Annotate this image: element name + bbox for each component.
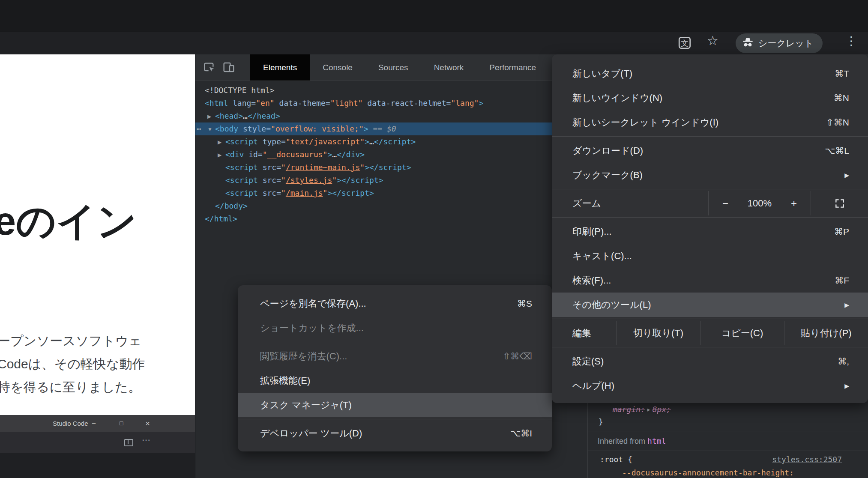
submenu-arrow-icon: ▶ <box>844 302 849 308</box>
fullscreen-icon[interactable] <box>811 198 868 209</box>
more-tools-submenu-item[interactable]: タスク マネージャ(T) <box>238 393 552 417</box>
menu-item-label: 拡張機能(E) <box>260 374 310 387</box>
code-token: "text/javascript" <box>286 137 365 146</box>
browser-menu-item[interactable]: その他のツール(L)▶ <box>552 293 868 317</box>
code-token: " <box>360 163 365 172</box>
incognito-icon <box>742 37 754 50</box>
expand-arrow-icon[interactable]: ▶ <box>218 136 225 149</box>
menu-shortcut: ⌘S <box>517 299 532 309</box>
code-token: type= <box>258 137 286 146</box>
code-token: "en" <box>256 99 274 108</box>
browser-menu-item[interactable]: 印刷(P)...⌘P <box>552 219 868 244</box>
code-token: … <box>243 111 248 120</box>
tab-sources[interactable]: Sources <box>365 54 421 81</box>
code-token: src= <box>258 163 281 172</box>
code-token: data-react-helmet= <box>362 99 451 108</box>
minimize-icon: − <box>92 415 96 432</box>
tab-performance[interactable]: Performance <box>476 54 549 81</box>
tab-elements[interactable]: Elements <box>250 54 310 81</box>
dom-node[interactable]: <script src="/main.js"></script> <box>195 187 587 200</box>
menu-item-zoom[interactable]: ズーム−100%+ <box>552 191 868 215</box>
code-token: > <box>364 124 368 133</box>
dom-node[interactable]: <!DOCTYPE html> <box>195 84 587 97</box>
code-token: ></script> <box>337 176 383 185</box>
more-tools-submenu-item[interactable]: 拡張機能(E) <box>238 368 552 393</box>
code-token: /runtime~main.js <box>286 163 360 172</box>
edit-paste-button[interactable]: 貼り付け(P) <box>784 321 868 345</box>
more-tools-submenu-item[interactable]: デベロッパー ツール(D)⌥⌘I <box>238 421 552 445</box>
code-token: <div <box>225 150 244 159</box>
code-token: <script <box>225 188 258 197</box>
menu-shortcut: ⌥⌘I <box>510 428 532 439</box>
expand-arrow-icon[interactable]: ▶ <box>218 149 225 161</box>
dom-node[interactable]: <script src="/runtime~main.js"></script> <box>195 161 587 174</box>
tab-console[interactable]: Console <box>310 54 365 81</box>
browser-menu-item[interactable]: 設定(S)⌘, <box>552 349 868 373</box>
css-overridden-property[interactable]: margin:▸8px; <box>613 403 671 416</box>
browser-menu-separator <box>552 217 868 218</box>
collapse-arrow-icon[interactable]: ▼ <box>207 123 215 136</box>
edit-label: 編集 <box>572 327 616 340</box>
code-token: " <box>323 188 328 197</box>
node-more-icon[interactable]: ⋯ <box>197 122 202 135</box>
menu-item-label: ページを別名で保存(A)... <box>260 297 366 310</box>
menu-item-label: キャスト(C)... <box>572 250 632 263</box>
dom-node[interactable]: <html lang="en" data-theme="light" data-… <box>195 97 587 110</box>
menu-shortcut: ⇧⌘N <box>826 117 849 128</box>
dom-node[interactable]: ▶<div id="__docusaurus">…</div> <box>195 148 587 161</box>
more-tools-submenu-separator <box>238 419 552 419</box>
browser-menu-item[interactable]: 新しいシークレット ウインドウ(I)⇧⌘N <box>552 110 868 134</box>
browser-menu-item[interactable]: 検索(F)...⌘F <box>552 268 868 293</box>
expand-arrow-icon[interactable]: ▶ <box>207 110 215 123</box>
translate-icon[interactable]: 文 <box>677 35 692 52</box>
inherited-from-label: Inherited from <box>598 437 647 445</box>
code-token: <script <box>225 176 258 185</box>
browser-menu-item[interactable]: ダウンロード(D)⌥⌘L <box>552 138 868 163</box>
code-token: ></script> <box>327 188 374 197</box>
code-token: "__docusaurus" <box>263 150 328 159</box>
dom-node[interactable]: </body> <box>195 200 587 212</box>
browser-menu-dots-icon[interactable]: ⋮ <box>845 34 857 48</box>
more-tools-submenu-item[interactable]: ページを別名で保存(A)...⌘S <box>238 291 552 316</box>
menu-item-label: 閲覧履歴を消去(C)... <box>260 350 347 363</box>
menu-item-edit-row[interactable]: 編集切り取り(T)コピー(C)貼り付け(P) <box>552 321 868 345</box>
stylesheet-source-link[interactable]: styles.css:2507 <box>772 453 842 466</box>
code-token: </html> <box>205 214 237 223</box>
browser-toolbar: 文 ☆ シークレット ⋮ <box>0 32 868 54</box>
zoom-in-button[interactable]: + <box>777 197 811 209</box>
inherited-element-link[interactable]: html <box>647 436 666 445</box>
zoom-out-button[interactable]: − <box>709 197 742 209</box>
inspect-element-icon[interactable] <box>202 60 216 76</box>
browser-menu-separator <box>552 136 868 137</box>
browser-menu-item[interactable]: キャスト(C)... <box>552 244 868 268</box>
dom-node[interactable]: ▶<head>…</head> <box>195 110 587 122</box>
bookmark-star-icon[interactable]: ☆ <box>707 33 718 48</box>
css-close-brace: } <box>599 415 603 428</box>
more-tools-submenu-item: ショートカットを作成... <box>238 316 552 340</box>
dom-node[interactable]: </html> <box>195 212 587 225</box>
menu-item-right: ⌘, <box>838 356 849 367</box>
device-toolbar-icon[interactable] <box>222 60 236 76</box>
code-token: " <box>281 163 286 172</box>
tab-strip <box>0 0 868 32</box>
edit-copy-button[interactable]: コピー(C) <box>700 321 784 345</box>
dom-node[interactable]: ▶<script type="text/javascript">…</scrip… <box>195 135 587 148</box>
tab-network[interactable]: Network <box>421 54 477 81</box>
more-tools-submenu-separator <box>238 342 552 342</box>
menu-item-right: ⌥⌘L <box>825 146 849 156</box>
browser-menu-item[interactable]: 新しいタブ(T)⌘T <box>552 61 868 86</box>
browser-menu-item[interactable]: ヘルプ(H)▶ <box>552 373 868 398</box>
browser-menu-item[interactable]: ブックマーク(B)▶ <box>552 163 868 187</box>
dom-node-selected[interactable]: ⋯▼<body style="overflow: visible;"> == $… <box>195 122 587 135</box>
code-token: <body <box>215 124 238 133</box>
webpage: eのイン ープンソースソフトウェ Codeは、その軽快な動作 持を得るに至りまし… <box>0 54 195 478</box>
submenu-arrow-icon: ▶ <box>844 382 849 389</box>
dom-node[interactable]: <script src="/styles.js"></script> <box>195 174 587 187</box>
expand-shorthand-icon[interactable]: ▸ <box>645 403 652 416</box>
menu-item-right: ▶ <box>844 302 849 308</box>
menu-shortcut: ⌘, <box>838 356 849 367</box>
menu-item-right: ⌥⌘I <box>510 428 532 439</box>
edit-cut-button[interactable]: 切り取り(T) <box>616 321 700 345</box>
browser-menu-item[interactable]: 新しいウインドウ(N)⌘N <box>552 86 868 110</box>
browser-menu-separator <box>552 347 868 347</box>
